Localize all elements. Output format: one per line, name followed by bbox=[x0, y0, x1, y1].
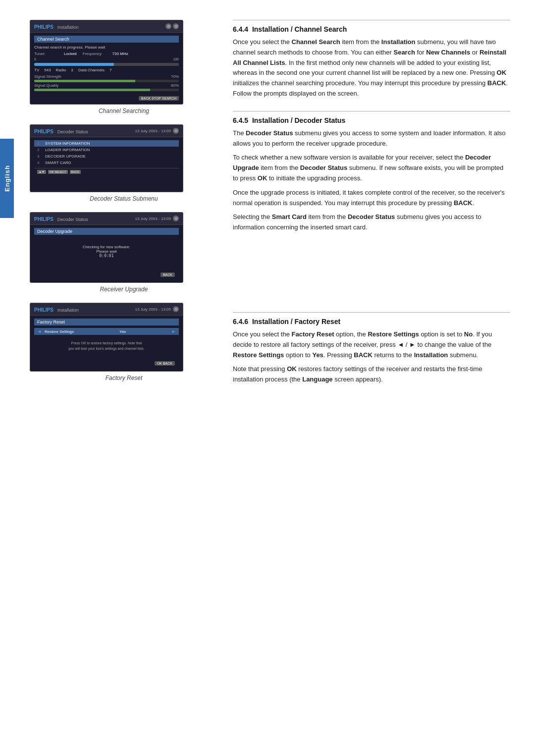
para-645-2: To check whether a new software version … bbox=[233, 153, 510, 183]
side-tab-label: English bbox=[3, 165, 11, 192]
factory-reset-body: Factory Reset ◄ Restore Settings Yes ► P… bbox=[30, 316, 183, 371]
section-decoder-status: 6.4.5 Installation / Decoder Status The … bbox=[233, 111, 510, 233]
fr-date: 13 July 2003 - 13:05 ⚙ bbox=[135, 306, 179, 312]
nav-arrows: ▲▼ bbox=[37, 170, 46, 174]
cs-tuner-row: Tuner: Locked Frequency: 720 MHz bbox=[34, 52, 179, 56]
brand-ru: PHILIPS Decoder Status bbox=[34, 215, 88, 222]
fr-subtitle: Factory Reset bbox=[34, 319, 179, 325]
receiver-upgrade-body: Decoder Upgrade Checking for new softwar… bbox=[30, 225, 183, 282]
channel-search-caption: Channel Searching bbox=[30, 108, 218, 114]
para-646-1: Once you select the Factory Reset option… bbox=[233, 329, 510, 360]
brand-ds: PHILIPS Decoder Status bbox=[34, 127, 88, 135]
fr-btn-row: OK BACK bbox=[34, 356, 179, 368]
para-645-4: Selecting the Smart Card item from the D… bbox=[233, 212, 510, 233]
ds-date: 13 July 2003 - 13:05 ⚙ bbox=[135, 128, 179, 134]
ru-subtitle: Decoder Upgrade bbox=[34, 228, 179, 235]
factory-reset-screen: PHILIPS Installation 13 July 2003 - 13:0… bbox=[30, 303, 183, 372]
ds-nav-row: ▲▼ OK SELECT BACK bbox=[34, 168, 179, 175]
para-646-2: Note that pressing OK restores factory s… bbox=[233, 364, 510, 385]
decoder-status-caption: Decoder Status Submenu bbox=[30, 195, 218, 202]
channel-search-body: Channel Search Channel search in progres… bbox=[30, 33, 183, 104]
arrow-right-icon: ► bbox=[171, 329, 176, 334]
cs-back-btn-row: BACK STOP SEARCH bbox=[34, 93, 179, 101]
factory-reset-caption: Factory Reset bbox=[30, 375, 218, 381]
arrow-left-icon: ◄ bbox=[37, 329, 42, 334]
section-body-646: Once you select the Factory Reset option… bbox=[233, 329, 510, 385]
menu-item-3: 3 DECODER UPGRADE bbox=[34, 153, 179, 160]
brand-fr: PHILIPS Installation bbox=[34, 305, 79, 313]
gear-icon-2: ⚙ bbox=[173, 23, 179, 29]
signal-strength-fill bbox=[34, 80, 135, 82]
cs-back-button: BACK STOP SEARCH bbox=[139, 96, 179, 101]
section-body-644: Once you select the Channel Search item … bbox=[233, 37, 510, 99]
nav-ok: OK SELECT bbox=[48, 170, 68, 174]
gear-icon-fr: ⚙ bbox=[173, 306, 179, 312]
data-ch-value: 7 bbox=[109, 68, 111, 72]
data-ch-label: Data Channels bbox=[78, 68, 105, 72]
decoder-status-screen: PHILIPS Decoder Status 13 July 2003 - 13… bbox=[30, 124, 183, 192]
signal-quality-row: Signal Quality 80% bbox=[34, 83, 179, 88]
screen-header-ru: PHILIPS Decoder Status 13 July 2003 - 13… bbox=[30, 213, 183, 225]
receiver-upgrade-screen: PHILIPS Decoder Status 13 July 2003 - 13… bbox=[30, 212, 183, 283]
brand-cs: PHILIPS Installation bbox=[34, 22, 79, 30]
gear-icon-1: ⚙ bbox=[165, 23, 171, 29]
fr-buttons: OK BACK bbox=[155, 361, 175, 366]
cs-channel-info: TV 543 Radio 2 Data Channels 7 bbox=[34, 68, 179, 72]
signal-strength-row: Signal Strength 70% bbox=[34, 74, 179, 79]
factory-info-text: Press OK to restore factory settings. No… bbox=[34, 338, 179, 354]
cs-status: Channel search in progress. Please wait bbox=[34, 45, 179, 50]
ru-date: 13 July 2003 - 13:05 ⚙ bbox=[135, 216, 179, 221]
progress-bar-fill bbox=[34, 63, 114, 66]
radio-value: 2 bbox=[71, 68, 73, 72]
side-language-tab: English bbox=[0, 139, 14, 218]
para-644-1: Once you select the Channel Search item … bbox=[233, 37, 510, 99]
signal-strength-bar bbox=[34, 80, 179, 82]
para-645-3: Once the upgrade process is initiated, i… bbox=[233, 188, 510, 209]
ru-back-btn-row: BACK bbox=[34, 268, 179, 279]
cs-title-bar: Channel Search bbox=[34, 36, 179, 43]
right-column: 6.4.4 Installation / Channel Search Once… bbox=[233, 20, 510, 736]
menu-item-1: 1 SYSTEM INFORMATION bbox=[34, 140, 179, 147]
section-title-646: 6.4.6 Installation / Factory Reset bbox=[233, 318, 510, 325]
channel-search-screen: PHILIPS Installation ⚙ ⚙ Channel Search … bbox=[30, 20, 183, 105]
menu-item-2: 2 LOADER INFORMATION bbox=[34, 147, 179, 153]
radio-label: Radio bbox=[56, 68, 66, 72]
section-channel-search: 6.4.4 Installation / Channel Search Once… bbox=[233, 20, 510, 99]
para-645-1: The Decoder Status submenu gives you acc… bbox=[233, 128, 510, 149]
screen-header-cs: PHILIPS Installation ⚙ ⚙ bbox=[30, 20, 183, 33]
upgrade-text: Checking for new software.Please wait 0:… bbox=[34, 237, 179, 266]
signal-quality-fill bbox=[34, 89, 150, 91]
menu-item-4: 4 SMART CARD bbox=[34, 160, 179, 166]
ru-back-button: BACK bbox=[160, 272, 175, 277]
left-column: PHILIPS Installation ⚙ ⚙ Channel Search … bbox=[25, 20, 218, 736]
restore-settings-row: ◄ Restore Settings Yes ► bbox=[34, 328, 179, 335]
screen-header-fr: PHILIPS Installation 13 July 2003 - 13:0… bbox=[30, 303, 183, 316]
receiver-upgrade-caption: Receiver Upgrade bbox=[30, 286, 218, 293]
progress-bar bbox=[34, 63, 179, 66]
section-title-645: 6.4.5 Installation / Decoder Status bbox=[233, 116, 510, 124]
screen-header-ds: PHILIPS Decoder Status 13 July 2003 - 13… bbox=[30, 125, 183, 137]
progress-numbers: 0 100 bbox=[34, 57, 179, 61]
restore-value: Yes bbox=[77, 329, 168, 334]
nav-back: BACK bbox=[70, 170, 81, 174]
tv-label: TV bbox=[34, 68, 39, 72]
restore-label: Restore Settings bbox=[45, 329, 74, 334]
section-body-645: The Decoder Status submenu gives you acc… bbox=[233, 128, 510, 233]
section-title-644: 6.4.4 Installation / Channel Search bbox=[233, 25, 510, 33]
section-factory-reset: 6.4.6 Installation / Factory Reset Once … bbox=[233, 312, 510, 385]
tv-value: 543 bbox=[44, 68, 51, 72]
gear-icon-ru: ⚙ bbox=[173, 216, 179, 221]
gear-icon-ds: ⚙ bbox=[173, 128, 179, 134]
decoder-status-body: 1 SYSTEM INFORMATION 2 LOADER INFORMATIO… bbox=[30, 137, 183, 192]
signal-quality-bar bbox=[34, 89, 179, 91]
